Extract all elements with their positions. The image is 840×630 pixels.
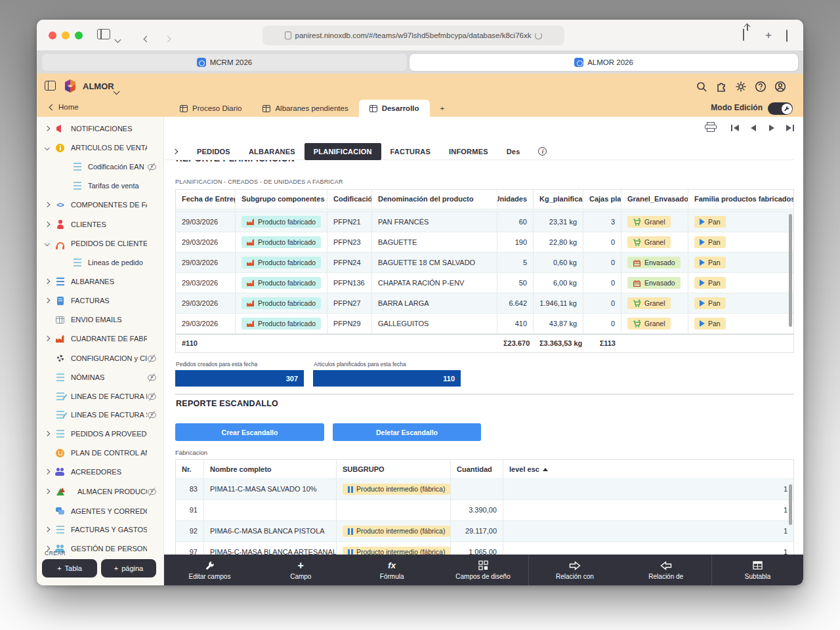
wrench-icon [784,106,789,112]
crear-label: CREAR [45,550,66,556]
app-header: ALMOR [37,74,803,100]
extensions-icon[interactable] [715,81,727,93]
browser-tab-almor[interactable]: ALMOR 2026 [410,54,798,71]
tab-informes[interactable]: INFORMES [440,143,497,160]
sidebar-item-componentes-de-fabricacion[interactable]: <>COMPONENTES DE FABR... [37,196,164,213]
sidebar-chevron-icon[interactable] [116,33,120,45]
first-record-button[interactable] [730,122,740,134]
sidebar-item-pedidos-de-cliente[interactable]: PEDIDOS DE CLIENTE [37,235,164,252]
print-button[interactable] [705,122,717,132]
crear-escandallo-button[interactable]: Crear Escandallo [175,423,324,441]
subtabla-button[interactable]: Subtabla [711,555,803,585]
info-icon[interactable]: i [538,147,547,156]
sidebar-item-codificacion-ean[interactable]: Codificación EAN [37,158,164,175]
add-table-button[interactable]: + Tabla [42,559,97,578]
doc-tab-strip: Home Proceso Diario Albaranes pendientes… [37,100,803,117]
table-scrollbar[interactable] [789,484,792,525]
table-row[interactable]: 29/03/2026 Producto fabricado PFPN27BARR… [176,293,793,314]
back-button[interactable] [144,32,149,44]
help-icon[interactable] [755,81,766,93]
sidebar-item-albaranes[interactable]: ALBARANES [37,273,164,290]
campos-de-diseno-button[interactable]: Campos de diseño [438,555,529,585]
sidebar-item-articulos-de-venta[interactable]: ARTICULOS DE VENTA [37,139,164,156]
table-header-row[interactable]: Fecha de EntregaSubgrupo componentes ali… [176,190,793,209]
collapse-chevron-icon[interactable] [173,148,178,154]
sidebar-item-plan-de-control[interactable]: PLAN DE CONTROL ANA... [37,444,164,461]
table-scrollbar[interactable] [789,214,792,327]
table-row[interactable]: 92 PIMA6-C-MASA BLANCA PISTOLA Producto … [176,521,793,542]
table-row[interactable]: 83 PIMA11-C-MASA SALVADO 10% Producto in… [176,479,793,500]
relacion-de-button[interactable]: Relación de [620,555,711,585]
last-record-button[interactable] [785,122,795,134]
sidebar-item-agentes-y-corredores[interactable]: AGENTES Y CORREDORES [37,503,164,520]
next-record-button[interactable] [766,122,777,134]
add-doc-tab-button[interactable]: + [430,100,455,117]
tabs-overview-button[interactable] [786,30,788,42]
url-field[interactable]: panirest.ninoxdb.com/#/teams/w97lshd5bef… [262,26,564,45]
design-grid-icon [478,560,488,570]
campo-button[interactable]: + Campo [255,555,346,585]
relacion-con-button[interactable]: Relación con [528,555,620,585]
sidebar-item-lineas-de-factura-si[interactable]: LINEAS DE FACTURA SI... [37,406,164,423]
search-icon[interactable] [696,81,707,93]
tab-albaranes[interactable]: ALBARANES [240,143,304,160]
minimize-window-button[interactable] [62,32,70,39]
deletar-escandallo-button[interactable]: Deletar Escandallo [333,423,481,441]
sidebar-item-nominas[interactable]: NÓMINAS [37,369,164,386]
factory-icon [56,335,65,343]
prev-record-button[interactable] [748,122,759,134]
sidebar-item-facturas[interactable]: FACTURAS [37,292,164,309]
list-icon [56,526,64,534]
table-row[interactable]: 91 3.390,00 1 [176,500,793,521]
doc-tab-proceso-diario[interactable]: Proceso Diario [169,100,252,117]
tab-planificacion[interactable]: PLANIFICACION [304,143,381,160]
doc-tab-albaranes-pendientes[interactable]: Albaranes pendientes [252,100,358,117]
package-icon [633,259,641,267]
sidebar-item-acreedores[interactable]: ACREEDORES [37,463,164,480]
new-tab-button[interactable]: + [765,30,772,41]
sidebar-item-notificaciones[interactable]: NOTIFICACIONES [37,120,164,137]
table-header-row[interactable]: Nr. Nombre completo SUBGRUPO Cuantidad l… [176,460,793,479]
ninox-logo [62,77,79,94]
table-row[interactable]: 29/03/2026 Producto fabricado PFPN23BAGU… [176,232,793,253]
reload-icon[interactable] [535,32,542,39]
sidebar-item-facturas-y-gastos[interactable]: FACTURAS Y GASTOS RE... [37,521,164,538]
table-summary-row: #110 Σ23.670 Σ3.363,53 kg Σ113 [176,334,793,352]
lines-edit-icon [56,392,64,400]
table-row[interactable]: 29/03/2026 Producto fabricado PFPN29GALL… [176,314,793,334]
table-row[interactable]: 29/03/2026 Producto fabricado PFPN24BAGU… [176,253,793,273]
sidebar-item-cuadrante-de-fabricacion[interactable]: CUADRANTE DE FABRIC... [37,330,164,347]
account-icon[interactable] [774,81,786,93]
toggle-sidebar-icon[interactable] [45,81,56,91]
table-row[interactable]: 29/03/2026 Producto fabricado PFPN136CHA… [176,273,793,293]
editar-campos-button[interactable]: Editar campos [164,555,255,585]
sidebar-item-envio-emails[interactable]: ENVIO EMAILS [37,311,164,328]
sidebar-item-pedidos-a-proveedores[interactable]: PEDIDOS A PROVEEDORES [37,425,164,442]
url-text: panirest.ninoxdb.com/#/teams/w97lshd5bef… [295,32,532,39]
sidebar-item-lineas-de-pedido[interactable]: Lineas de pedido [37,254,164,271]
sidebar-item-clientes[interactable]: CLIENTES [37,216,164,233]
home-button[interactable]: Home [50,103,79,111]
sidebar-item-lineas-de-factura-pr[interactable]: LINEAS DE FACTURA PR... [37,388,164,405]
gear-icon[interactable] [735,81,747,93]
safari-sidebar-icon[interactable] [97,29,110,39]
sidebar-item-tarifas-de-venta[interactable]: Tarifas de venta [37,177,164,194]
tab-des[interactable]: Des [497,143,530,160]
zoom-window-button[interactable] [75,32,83,39]
hidden-eye-icon [148,356,156,362]
sidebar-item-almacen-produccion[interactable]: ALMACEN PRODUCCI... [37,483,164,500]
formula-icon: fx [388,560,396,571]
doc-tab-desarrollo[interactable]: Desarrollo [359,100,430,117]
tab-facturas[interactable]: FACTURAS [381,143,440,160]
close-window-button[interactable] [49,32,56,39]
add-page-button[interactable]: + página [101,559,156,578]
team-name[interactable]: ALMOR [83,81,114,91]
table-row[interactable]: 29/03/2026 Producto fabricado PFPN21PAN … [176,212,793,232]
sidebar-item-configuracion[interactable]: CONFIGURACION y CIE... [37,350,164,367]
edit-mode-toggle[interactable] [768,102,793,115]
formula-button[interactable]: fx Fórmula [346,555,438,585]
tab-pedidos[interactable]: PEDIDOS [188,143,240,160]
browser-tab-mcrm[interactable]: MCRM 2026 [42,54,407,71]
forward-button[interactable] [165,32,170,44]
share-button[interactable] [743,29,744,41]
